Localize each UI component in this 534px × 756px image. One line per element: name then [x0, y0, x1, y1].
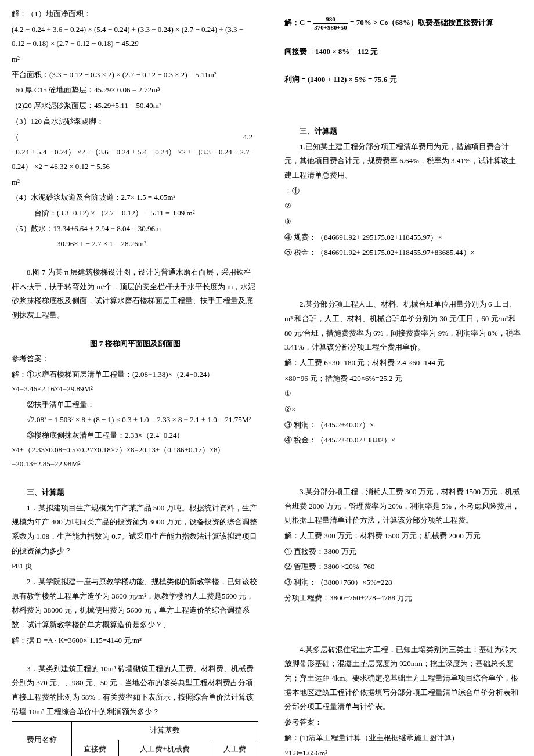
table-header: 人工费+机械费 — [118, 740, 211, 756]
text: 60 厚 C15 砼地面垫层：45.29× 0.06 = 2.72m³ — [12, 83, 258, 98]
text: ③楼梯底侧抹灰清单工程量：2.33×（2.4−0.24）×4+（2.33×0.0… — [12, 429, 258, 471]
text: ×80=96 元；措施费 420×6%=25.2 元 — [284, 372, 522, 386]
paragraph: 2．某学院拟建一座与原教学楼功能、规模类似的新教学楼，已知该校原有教学楼的工程单… — [12, 575, 258, 632]
fee-table: 费用名称 计算基数 直接费 人工费+机械费 人工费 间接费 8% 20% 55%… — [12, 721, 258, 756]
formula: 利润 = (1400 + 112) × 5% = 75.6 元 — [284, 73, 522, 87]
text: ②× — [284, 402, 522, 417]
text: 解：人工费 6×30=180 元；材料费 2.4 ×60=144 元 — [284, 356, 522, 370]
text: 参考答案： — [284, 715, 522, 730]
formula: 解：C = 980370+980+50 = 70% > C₀（68%）取费基础按… — [284, 16, 522, 31]
text: ① — [284, 387, 522, 401]
text: ③ — [284, 215, 522, 229]
text: 4.2 — [243, 130, 252, 145]
text: ② — [284, 199, 522, 214]
table-header: 人工费 — [211, 740, 258, 756]
paragraph: 3．某类别建筑工程的 10m³ 砖墙砌筑工程的人工费、材料费、机械费分别为 37… — [12, 662, 258, 719]
text: (4.2 − 0.24 + 3.6 − 0.24) × (5.4 − 0.24)… — [12, 23, 258, 51]
text: 解：（1）地面净面积： — [12, 7, 258, 21]
text: m² — [12, 175, 258, 190]
text: 解：①水磨石楼梯面层清单工程量：(2.08+1.38)×（2.4−0.24）×4… — [12, 368, 258, 396]
section-heading: 三、计算题 — [12, 485, 258, 500]
text: 解：人工费 300 万元；材料费 1500 万元；机械费 2000 万元 — [284, 529, 522, 543]
text: ④ 税金：（445.2+40.07+38.82）× — [284, 433, 522, 448]
paragraph: 4.某多层砖混住宅土方工程，已知土壤类别为三类土；基础为砖大放脚带形基础；混凝土… — [284, 643, 522, 714]
text: m² — [12, 52, 258, 67]
paragraph: 8.图 7 为某五层建筑楼梯设计图，设计为普通水磨石面层，采用铁栏杆木扶手，扶手… — [12, 265, 258, 323]
table-header: 直接费 — [71, 740, 118, 756]
text: 分项工程费：3800+760+228=4788 万元 — [284, 591, 522, 606]
paragraph: 1.已知某土建工程分部分项工程清单费用为元，措施项目费合计元，其他项目费合计元，… — [284, 140, 522, 183]
text: ×1.8=1.656m³ — [284, 746, 522, 756]
paragraph: 1．某拟建项目生产规模为年产某产品 500 万吨。根据统计资料，生产规模为年产 … — [12, 501, 258, 559]
section-heading: 三、计算题 — [284, 124, 522, 139]
formula: √2.08² + 1.503² × 8 + (8 − 1) × 0.3 + 1.… — [12, 413, 258, 427]
text: 解：据 D =A · K=3600× 1.15=4140 元/m³ — [12, 633, 258, 648]
text: 解：(1)清单工程量计算（业主根据继承施工图计算) — [284, 731, 522, 746]
paragraph: 3.某分部分项工程，消耗人工费 300 万元，材料费 1500 万元，机械台班费… — [284, 485, 522, 528]
text: （ — [12, 130, 19, 145]
text: （5）散水：13.34+6.64 + 2.94 + 8.04 = 30.96m — [12, 222, 258, 236]
text: P81 页 — [12, 559, 258, 574]
text: （3）120 高水泥砂浆踢脚： — [12, 114, 258, 129]
text: (2)20 厚水泥砂浆面层：45.29+5.11 = 50.40m² — [12, 99, 258, 113]
text: ② 管理费：3800 ×20%=760 — [284, 560, 522, 574]
text: ③ 利润：（3800+760）×5%=228 — [284, 575, 522, 590]
text: ⑤ 税金：（846691.92+ 295175.02+118455.97+836… — [284, 246, 522, 260]
text: （4）水泥砂浆坡道及台阶坡道：2.7× 1.5 = 4.05m² — [12, 190, 258, 205]
text: ③ 利润：（445.2+40.07）× — [284, 418, 522, 433]
figure-caption: 图 7 楼梯间平面图及剖面图 — [12, 337, 258, 351]
text: ④ 规费：（846691.92+ 295175.02+118455.97）× — [284, 231, 522, 245]
text: 台阶：(3.3−0.12) × （2.7 − 0.12） − 5.11 = 3.… — [12, 206, 258, 221]
text: −0.24 + 5.4 − 0.24） ×2 +（3.6 − 0.24 + 5.… — [12, 145, 258, 174]
text: 参考答案： — [12, 352, 258, 366]
formula: 间接费 = 1400 × 8% = 112 元 — [284, 45, 522, 59]
text: 30.96× 1 − 2.7 × 1 = 28.26m² — [12, 237, 258, 251]
text: ① 直接费：3800 万元 — [284, 545, 522, 559]
text: 平台面积：(3.3 − 0.12 − 0.3 × 2) × (2.7 − 0.1… — [12, 68, 258, 82]
text: （ 4.2 — [12, 130, 258, 145]
table-header: 费用名称 — [12, 722, 72, 756]
text: ：① — [284, 184, 522, 199]
text: ②扶手清单工程量： — [12, 398, 258, 412]
paragraph: 2.某分部分项工程人工、材料、机械台班单位用量分别为 6 工日、m³ 和台班，人… — [284, 297, 522, 355]
table-header: 计算基数 — [71, 722, 258, 740]
